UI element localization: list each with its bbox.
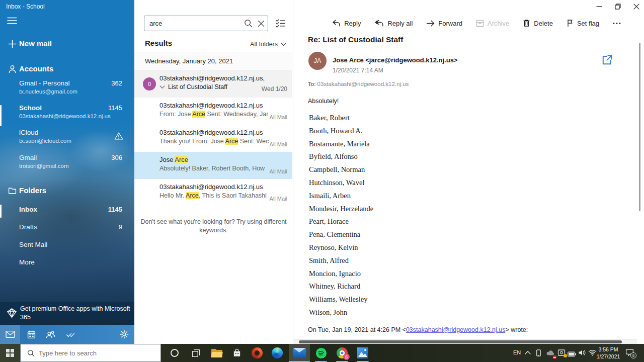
taskbar-clock[interactable]: 3:56 PM 1/27/2021	[594, 346, 623, 360]
plus-icon	[8, 40, 17, 48]
mail-nav-button[interactable]	[0, 325, 20, 344]
office-promo-banner[interactable]: Get premium Office apps with Microsoft 3…	[0, 302, 134, 325]
mail-app-button-active[interactable]	[289, 344, 310, 362]
staff-name: Peart, Horace	[309, 215, 373, 228]
selection-mode-button[interactable]	[275, 18, 286, 28]
promo-text: Get premium Office apps with Microsoft 3…	[20, 305, 130, 322]
onedrive-error-badge	[553, 355, 556, 359]
result-row-selected[interactable]: Jose Arce Absolutely! Baker, Robert Boot…	[134, 152, 292, 179]
people-nav-button[interactable]	[40, 325, 60, 344]
forward-icon	[426, 20, 435, 27]
hamburger-menu-button[interactable]	[7, 17, 17, 25]
folder-more[interactable]: More	[19, 258, 128, 270]
close-icon	[633, 4, 639, 10]
delete-button[interactable]: Delete	[523, 19, 553, 27]
hamburger-icon	[7, 17, 17, 25]
file-explorer-icon	[211, 349, 222, 357]
microsoft-store-button[interactable]	[227, 344, 247, 362]
app-switcher-bar	[0, 325, 134, 344]
reply-all-button[interactable]: Reply all	[374, 20, 413, 27]
minimize-button[interactable]	[596, 3, 603, 10]
account-icloud[interactable]: iCloud tx.saori@icloud.com	[19, 129, 128, 152]
close-button[interactable]	[633, 3, 640, 10]
show-hidden-icons-button[interactable]	[525, 350, 531, 354]
result-row[interactable]: 03stakahashi@ridgewood.k12.nj.us From: J…	[134, 98, 292, 125]
expand-chevron-icon[interactable]	[159, 85, 165, 89]
horizontal-scrollbar[interactable]	[294, 339, 637, 344]
sync-tray-button[interactable]	[557, 349, 566, 356]
double-check-icon	[66, 331, 75, 338]
input-language-indicator[interactable]: EN	[513, 349, 521, 355]
chrome-button[interactable]: S	[332, 344, 352, 362]
clear-search-button[interactable]	[255, 16, 268, 31]
settings-nav-button[interactable]	[114, 325, 134, 344]
result-row-conversation-group[interactable]: 0 03stakahashi@ridgewood.k12.nj.us, List…	[134, 70, 292, 98]
diamond-icon	[7, 308, 17, 318]
edge-button[interactable]	[267, 344, 287, 362]
result-sender: 03stakahashi@ridgewood.k12.nj.us	[159, 98, 292, 109]
file-explorer-button[interactable]	[207, 344, 227, 362]
onedrive-tray-button[interactable]	[546, 349, 555, 358]
open-message-new-window-button[interactable]	[602, 54, 613, 65]
forward-button[interactable]: Forward	[426, 20, 462, 27]
quoted-message-header: On Tue, Jan 19, 2021 at 4:26 PM <03staka…	[308, 326, 528, 333]
sender-avatar[interactable]: JA	[308, 52, 327, 70]
message-subject: Re: List of Custodial Staff	[308, 35, 403, 44]
vertical-scrollbar-thumb[interactable]	[639, 43, 640, 211]
volume-tray-button[interactable]	[578, 349, 586, 358]
quoted-email-link[interactable]: 03stakahashi@ridgewood.k12.nj.us	[406, 326, 506, 333]
office-button[interactable]	[247, 344, 267, 362]
todo-nav-button[interactable]	[60, 325, 80, 344]
archive-button[interactable]: Archive	[476, 20, 509, 27]
task-view-button[interactable]	[186, 344, 206, 362]
result-row[interactable]: 03stakahashi@ridgewood.k12.nj.us Thank y…	[134, 125, 292, 152]
folder-filter-dropdown[interactable]: All folders	[250, 41, 286, 48]
search-submit-button[interactable]	[242, 16, 255, 31]
onedrive-cloud-icon	[546, 349, 555, 356]
recipient-line: To: 03stakahashi@ridgewood.k12.nj.us	[308, 81, 409, 87]
calendar-nav-button[interactable]	[21, 325, 41, 344]
folders-header[interactable]: Folders	[0, 185, 134, 199]
folder-sent-mail[interactable]: Sent Mail	[19, 241, 128, 253]
horizontal-scrollbar-thumb[interactable]	[299, 340, 622, 343]
staff-name: Ismaili, Arben	[309, 190, 373, 203]
date-group-label: Wednesday, January 20, 2021	[145, 57, 233, 65]
search-input[interactable]	[144, 20, 242, 27]
set-flag-button[interactable]: Set flag	[567, 19, 599, 27]
battery-tray-button[interactable]	[568, 350, 576, 359]
date-group-header: Wednesday, January 20, 2021	[134, 52, 292, 70]
account-gmail-personal[interactable]: Gmail - Personal tx.nucleus@gmail.com 36…	[19, 79, 128, 103]
action-center-button[interactable]: 5	[625, 348, 634, 356]
account-school[interactable]: School 03stakahashi@ridgewood.k12.nj.us …	[19, 104, 128, 127]
taskbar-search-box[interactable]	[20, 344, 161, 362]
account-email: tx.saori@icloud.com	[19, 138, 128, 144]
taskbar-search-input[interactable]	[39, 349, 160, 357]
result-row[interactable]: 03stakahashi@ridgewood.k12.nj.us Hello M…	[134, 179, 292, 206]
notification-count-badge: 5	[630, 352, 636, 358]
restore-icon	[615, 4, 621, 10]
photos-button[interactable]	[353, 344, 373, 362]
to-label: To:	[308, 81, 317, 87]
start-button[interactable]	[0, 344, 20, 362]
clock-date: 1/27/2021	[594, 353, 623, 360]
open-new-window-icon	[602, 54, 613, 65]
folder-count: 9	[119, 223, 122, 231]
folder-drafts[interactable]: Drafts 9	[19, 223, 128, 235]
cortana-button[interactable]	[165, 344, 185, 362]
flag-icon	[567, 19, 574, 27]
folders-label: Folders	[19, 186, 46, 195]
folder-name: More	[19, 258, 35, 266]
result-sender: 03stakahashi@ridgewood.k12.nj.us	[159, 179, 292, 191]
spotify-button[interactable]	[311, 344, 331, 362]
reply-button[interactable]: Reply	[332, 20, 361, 27]
restore-button[interactable]	[614, 3, 621, 10]
more-actions-button[interactable]	[613, 22, 621, 25]
chrome-icon: S	[337, 347, 348, 358]
edge-icon	[272, 347, 283, 358]
accounts-header[interactable]: Accounts	[0, 63, 134, 77]
your-phone-tray-button[interactable]	[535, 349, 542, 357]
new-mail-button[interactable]: New mail	[0, 38, 134, 52]
result-date: Wed 1/20	[262, 85, 287, 93]
account-gmail[interactable]: Gmail troisori@gmail.com 306	[19, 154, 128, 177]
folder-inbox[interactable]: Inbox 1145	[19, 206, 128, 218]
